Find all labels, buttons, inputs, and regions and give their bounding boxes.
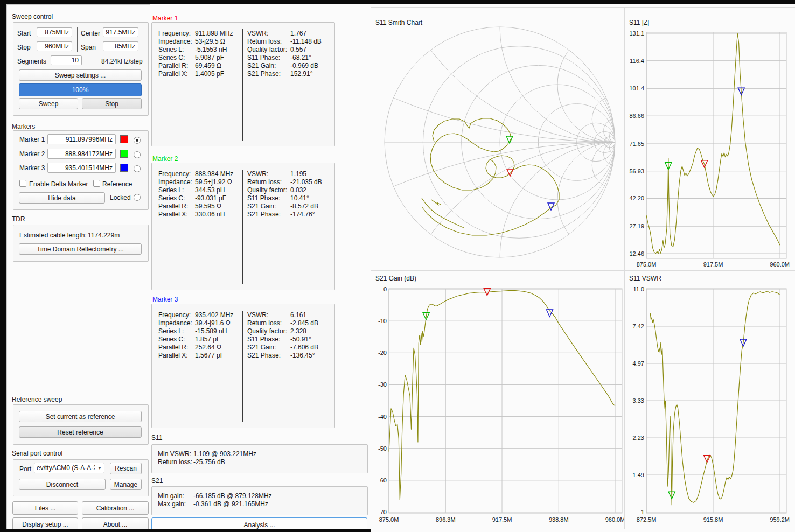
s11vswr-chart[interactable]: S11 VSWR872.5M915.8M959.2M11.07.424.973.… <box>629 275 790 523</box>
svg-text:875.0M: 875.0M <box>379 516 399 523</box>
hide-data-button[interactable]: Hide data <box>19 192 105 204</box>
locked-radio[interactable] <box>134 194 141 201</box>
sweep-settings-button[interactable]: Sweep settings ... <box>19 69 142 81</box>
field-value: 1.767 <box>290 30 306 37</box>
tdr-button[interactable]: Time Domain Reflectometry ... <box>19 243 142 255</box>
field-value: 344.53 pH <box>195 186 225 194</box>
field-value: 1.5677 pF <box>195 352 224 359</box>
svg-text:S21 Gain (dB): S21 Gain (dB) <box>375 275 416 282</box>
field-value: -50.91° <box>290 335 311 343</box>
marker2-data-panel: Frequency:888.984 MHzImpedance:59.5+j1.9… <box>151 163 335 290</box>
svg-text:4.97: 4.97 <box>633 360 644 367</box>
calibration-button[interactable]: Calibration ... <box>82 501 149 515</box>
field-value: 330.06 nH <box>195 211 225 218</box>
start-input[interactable]: 875MHz <box>37 27 72 37</box>
chart-grid <box>389 289 622 513</box>
marker3-color-swatch[interactable] <box>120 164 128 172</box>
field-label: Return loss: <box>247 38 282 45</box>
serial-port-title: Serial port control <box>12 450 62 457</box>
field-value: 152.91° <box>290 70 313 78</box>
port-select[interactable]: ev/ttyACM0 (S-A-A-2) ▼ <box>34 463 104 473</box>
marker1-data-panel: Frequency:911.898 MHzImpedance:53-j29.5 … <box>151 22 335 146</box>
stop-label: Stop <box>17 44 31 51</box>
window-edge-bottom <box>0 529 371 532</box>
field-value: -15.589 nH <box>195 327 227 335</box>
charts-left-border <box>372 7 372 529</box>
summary-label: Max gain: <box>158 500 186 508</box>
field-label: Parallel R: <box>158 344 188 351</box>
summary-label: Return loss: <box>158 458 192 466</box>
cable-length-label: Estimated cable length: <box>19 232 87 239</box>
marker-data-divider <box>242 311 243 422</box>
reset-reference-button[interactable]: Reset reference <box>19 426 142 438</box>
field-label: VSWR: <box>247 311 268 319</box>
stop-input[interactable]: 960MHz <box>37 41 72 51</box>
enable-delta-checkbox[interactable] <box>19 180 26 187</box>
span-label: Span <box>81 44 96 51</box>
svg-text:-10: -10 <box>378 318 387 324</box>
field-value: -2.845 dB <box>290 319 318 327</box>
field-value: 252.64 Ω <box>195 344 221 351</box>
locked-label: Locked <box>110 194 131 201</box>
field-label: Quality factor: <box>247 327 287 335</box>
field-value: 0.557 <box>290 46 306 53</box>
svg-text:116.4: 116.4 <box>630 58 644 64</box>
field-label: Parallel R: <box>158 202 188 210</box>
svg-text:896.3M: 896.3M <box>436 516 456 523</box>
marker2-color-swatch[interactable] <box>120 150 128 158</box>
field-label: Return loss: <box>247 319 282 327</box>
field-label: Series C: <box>158 194 185 202</box>
files-button[interactable]: Files ... <box>12 501 78 515</box>
marker3-freq-input[interactable]: 935.401514MHz <box>47 163 116 173</box>
s21gain-chart[interactable]: S21 Gain (dB)875.0M896.3M917.5M938.8M960… <box>375 275 625 523</box>
field-value: -7.606 dB <box>290 344 318 351</box>
marker1-color-swatch[interactable] <box>120 135 128 143</box>
s11z-chart[interactable]: S11 |Z|875.0M917.5M960.0M131.1116.4101.4… <box>629 19 790 268</box>
app-window: S11 Smith ChartS11 |Z|875.0M917.5M960.0M… <box>0 0 795 532</box>
svg-text:1: 1 <box>641 509 644 515</box>
rescan-button[interactable]: Rescan <box>110 463 142 474</box>
field-value: -5.1553 nH <box>195 46 227 53</box>
svg-text:131.1: 131.1 <box>629 30 644 37</box>
svg-text:42.20: 42.20 <box>629 195 644 201</box>
svg-text:S11 VSWR: S11 VSWR <box>629 275 661 282</box>
field-label: Series L: <box>158 327 184 335</box>
field-label: S21 Gain: <box>247 344 276 351</box>
marker3-radio[interactable] <box>134 165 141 172</box>
disconnect-button[interactable]: Disconnect <box>19 479 106 490</box>
svg-text:2.23: 2.23 <box>633 435 644 441</box>
sweep-button[interactable]: Sweep <box>19 98 78 109</box>
manage-button[interactable]: Manage <box>110 479 142 490</box>
span-input[interactable]: 85MHz <box>103 41 138 51</box>
reference-sweep-title: Reference sweep <box>12 396 62 403</box>
svg-text:56.93: 56.93 <box>629 168 644 174</box>
stop-button[interactable]: Stop <box>82 98 142 109</box>
svg-text:938.8M: 938.8M <box>549 516 569 523</box>
center-input[interactable]: 917.5MHz <box>103 27 138 37</box>
marker3-data-title: Marker 3 <box>152 296 178 303</box>
svg-text:86.66: 86.66 <box>629 113 644 119</box>
field-value: 39.4-j91.6 Ω <box>195 319 231 327</box>
field-value: 69.459 Ω <box>195 62 221 69</box>
field-value: -93.031 pF <box>195 194 226 202</box>
field-label: S11 Phase: <box>247 54 280 61</box>
reference-checkbox[interactable] <box>93 180 100 187</box>
svg-text:S11 |Z|: S11 |Z| <box>629 19 649 26</box>
center-label: Center <box>81 30 100 37</box>
marker1-data-title: Marker 1 <box>152 15 178 22</box>
field-value: 1.195 <box>290 170 306 178</box>
s11-summary-title: S11 <box>151 434 162 442</box>
marker2-freq-input[interactable]: 888.984172MHz <box>47 149 116 159</box>
segments-input[interactable]: 10 <box>51 55 82 65</box>
field-value: -0.969 dB <box>290 62 318 69</box>
svg-text:71.65: 71.65 <box>629 141 644 147</box>
marker1-radio[interactable] <box>134 137 141 144</box>
svg-text:917.5M: 917.5M <box>703 261 723 268</box>
field-label: VSWR: <box>247 170 268 178</box>
set-reference-button[interactable]: Set current as reference <box>19 411 142 422</box>
field-value: -68.21° <box>290 54 311 61</box>
smith-trace <box>422 118 559 235</box>
marker2-radio[interactable] <box>134 151 141 158</box>
marker1-freq-input[interactable]: 911.897996MHz <box>47 134 116 144</box>
field-value: -8.572 dB <box>290 202 318 210</box>
